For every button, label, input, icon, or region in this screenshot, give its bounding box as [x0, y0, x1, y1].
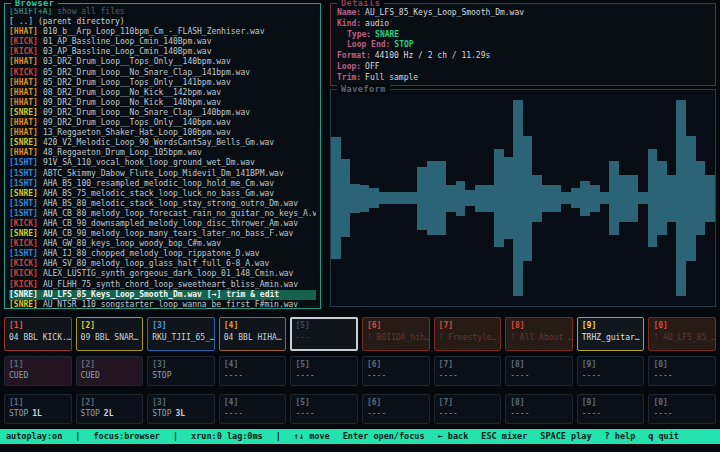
status-item: autoplay:on — [6, 429, 62, 444]
file-row[interactable]: [SNRE]420_V2_Melodic_Loop_90_WordsCantSa… — [9, 138, 316, 148]
file-name: AHA_SV_80_melody_loop_glass_half_full_6-… — [43, 259, 269, 268]
pad-bank-3[interactable]: [3]RKU_TJII_65_… — [147, 317, 215, 351]
file-row[interactable]: [1SHT]ABTC_Skimmy_Dabow_Flute_Loop_Midev… — [9, 169, 316, 179]
file-row[interactable]: [HHAT]09_DR2_Drum_Loop__No_Kick__140bpm.… — [9, 98, 316, 108]
pad-row2-4[interactable]: [4]---- — [219, 356, 287, 386]
pad-row2-9[interactable]: [9]---- — [577, 356, 645, 386]
file-row[interactable]: [SNRE]AU_LFS_85_Keys_Loop_Smooth_Dm.wav[… — [9, 290, 316, 300]
waveform-bar — [638, 192, 648, 204]
file-row[interactable]: [KICK]AHA_CB_90_downsampled_melody_loop_… — [9, 219, 316, 229]
waveform-bar — [341, 159, 351, 237]
pad-row2-6[interactable]: [6]---- — [362, 356, 430, 386]
pad-state: ---- — [653, 408, 711, 419]
pad-state: STOP2L — [81, 408, 139, 419]
pad-row2-7[interactable]: [7]---- — [434, 356, 502, 386]
parent-directory-row[interactable]: [ ..] (parent directory) — [9, 17, 316, 27]
pad-row3-8[interactable]: [8]---- — [505, 394, 573, 424]
pad-sample-name: 09 BBL SNAR… — [81, 332, 139, 344]
file-row[interactable]: [HHAT]13_Reggaeton_Shaker_Hat_Loop_100bp… — [9, 128, 316, 138]
file-row[interactable]: [HHAT]03_DR2_Drum_Loop__Tops_Only__140bp… — [9, 57, 316, 67]
pad-row2-8[interactable]: [8]---- — [505, 356, 573, 386]
pad-bank-6[interactable]: [6]! BOI1DA_hih… — [362, 317, 430, 351]
waveform-bar — [456, 181, 466, 216]
pad-row3-2[interactable]: [2]STOP2L — [76, 394, 144, 424]
file-row[interactable]: [HHAT]08_DR2_Drum_Loop__No_Kick__142bpm.… — [9, 88, 316, 98]
file-row[interactable]: [1SHT]AHA_CB_80_melody_loop_forecast_rai… — [9, 209, 316, 219]
file-row[interactable]: [HHAT]010_b__Arp_Loop_110bpm_Cm_-_FLASH_… — [9, 27, 316, 37]
pad-row3-9[interactable]: [9]---- — [577, 394, 645, 424]
file-row[interactable]: [1SHT]AHA_BS_80_melodic_stack_loop_stay_… — [9, 199, 316, 209]
waveform-bar — [350, 184, 360, 213]
file-name: AHA_CB_90_melody_loop_many_tears_later_n… — [43, 229, 293, 238]
pad-row3-6[interactable]: [6]---- — [362, 394, 430, 424]
pad-row2-0[interactable]: [0]---- — [648, 356, 716, 386]
pad-state: ---- — [653, 370, 711, 381]
file-row[interactable]: [KICK]AHA_SV_80_melody_loop_glass_half_f… — [9, 259, 316, 269]
pad-number: [6] — [367, 320, 425, 332]
pad-row3-3[interactable]: [3]STOP3L — [147, 394, 215, 424]
pad-bank-4[interactable]: [4]04 BBL HIHA… — [219, 317, 287, 351]
pad-bank-0[interactable]: [0]! AU_LFS_85_… — [648, 317, 716, 351]
file-name: AU_LFS_85_Keys_Loop_Smooth_Dm.wav — [43, 290, 202, 299]
file-row[interactable]: [SNRE]09_DR2_Drum_Loop__No_Snare_Clap__1… — [9, 108, 316, 118]
file-name: 03_AP_Bassline_Loop_Cmin_140Bpm.wav — [43, 47, 212, 56]
file-row[interactable]: [KICK]01_AP_Bassline_Loop_Cmin_140Bpm.wa… — [9, 37, 316, 47]
pad-bank-8[interactable]: [8]! All About … — [505, 317, 573, 351]
pad-row2-2[interactable]: [2]CUED — [76, 356, 144, 386]
file-row[interactable]: [1SHT]91V_SA_110_vocal_hook_loop_ground_… — [9, 158, 316, 168]
pad-loop-tail: 2L — [104, 409, 114, 418]
pad-bank-5[interactable]: [5]--- — [290, 317, 358, 351]
file-row[interactable]: [KICK]ALEX_LUSTIG_synth_gorgeous_dark_lo… — [9, 269, 316, 279]
detail-value: STOP — [394, 40, 413, 49]
pad-sample-name: ! BOI1DA_hih… — [367, 332, 425, 344]
file-row[interactable]: [SNRE]AU_NTSR_110_songstarter_loop_wanna… — [9, 300, 316, 310]
pad-row2-1[interactable]: [1]CUED — [4, 356, 72, 386]
file-row[interactable]: [KICK]05_DR2_Drum_Loop__No_Snare_Clap__1… — [9, 68, 316, 78]
waveform-bar — [417, 167, 427, 230]
pad-state: ---- — [295, 408, 353, 419]
pad-number: [5] — [295, 359, 353, 370]
status-item: xrun:0 lag:0ms — [191, 429, 263, 444]
file-type-tag: [KICK] — [9, 280, 38, 289]
pad-row3-0[interactable]: [0]---- — [648, 394, 716, 424]
file-name: AHA_BS_75_melodic_stack_loop_luck_no_bas… — [43, 189, 274, 198]
waveform-bar — [686, 136, 696, 261]
file-row[interactable]: [KICK]AU_FLHH_75_synth_chord_loop_sweeth… — [9, 280, 316, 290]
detail-label: Loop End: — [347, 40, 390, 49]
pad-state: ---- — [439, 408, 497, 419]
pad-bank-9[interactable]: [9]TRHZ_guitar… — [577, 317, 645, 351]
file-row[interactable]: [SNRE]AHA_BS_75_melodic_stack_loop_luck_… — [9, 189, 316, 199]
file-row[interactable]: [HHAT]05_DR2_Drum_Loop__Tops_Only__141bp… — [9, 78, 316, 88]
file-row[interactable]: [1SHT]AHA_IJ_80_chopped_melody_loop_ripp… — [9, 249, 316, 259]
file-row[interactable]: [SNRE]AHA_CB_90_melody_loop_many_tears_l… — [9, 229, 316, 239]
file-row[interactable]: [KICK]03_AP_Bassline_Loop_Cmin_140Bpm.wa… — [9, 47, 316, 57]
pad-row2-5[interactable]: [5]---- — [290, 356, 358, 386]
shift-a-key-hint: [SHIFT+A] — [9, 7, 52, 16]
file-row[interactable]: [HHAT]09_DR2_Drum_Loop__Tops_Only__140bp… — [9, 118, 316, 128]
waveform-bar — [427, 161, 437, 235]
pad-state: ---- — [439, 370, 497, 381]
pad-state: STOP1L — [9, 408, 67, 419]
file-name: AHA_IJ_80_chopped_melody_loop_rippatone_… — [43, 249, 260, 258]
pad-state: STOP — [152, 370, 210, 381]
file-row[interactable]: [KICK]AHA_GW_80_keys_loop_woody_bop_C#m.… — [9, 239, 316, 249]
pad-row3-1[interactable]: [1]STOP1L — [4, 394, 72, 424]
detail-row: Kind:audio — [337, 19, 709, 30]
pad-row2-3[interactable]: [3]STOP — [147, 356, 215, 386]
status-item: ← back — [438, 429, 469, 444]
pad-row3-4[interactable]: [4]---- — [219, 394, 287, 424]
file-list: [SHIFT+A] show all files [ ..] (parent d… — [5, 4, 320, 310]
pad-row3-7[interactable]: [7]---- — [434, 394, 502, 424]
detail-row: Name:AU_LFS_85_Keys_Loop_Smooth_Dm.wav — [337, 8, 709, 19]
pad-bank-2[interactable]: [2]09 BBL SNAR… — [76, 317, 144, 351]
pad-number: [2] — [81, 320, 139, 332]
pad-bank-7[interactable]: [7]! Freestyle… — [434, 317, 502, 351]
pad-row3-5[interactable]: [5]---- — [290, 394, 358, 424]
waveform-bar — [532, 175, 542, 222]
detail-label: Kind: — [337, 19, 361, 28]
file-type-tag: [1SHT] — [9, 209, 38, 218]
pad-bank-1[interactable]: [1]04 BBL KICK.… — [4, 317, 72, 351]
file-row[interactable]: [1SHT]AHA_BS_100_resampled_melodic_loop_… — [9, 179, 316, 189]
file-row[interactable]: [HHAT]48_Reggaeton_Drum_Loop_105bpm.wav — [9, 148, 316, 158]
pad-status-row-2: [1]CUED[2]CUED[3]STOP[4]----[5]----[6]--… — [4, 356, 716, 386]
